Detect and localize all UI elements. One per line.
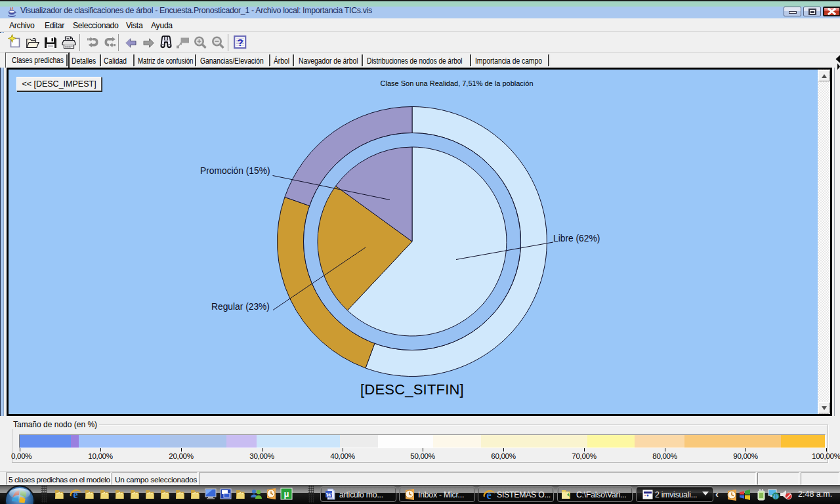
svg-text:W: W bbox=[326, 492, 332, 498]
svg-text:?: ? bbox=[237, 37, 243, 48]
svg-text:μ: μ bbox=[284, 489, 289, 499]
